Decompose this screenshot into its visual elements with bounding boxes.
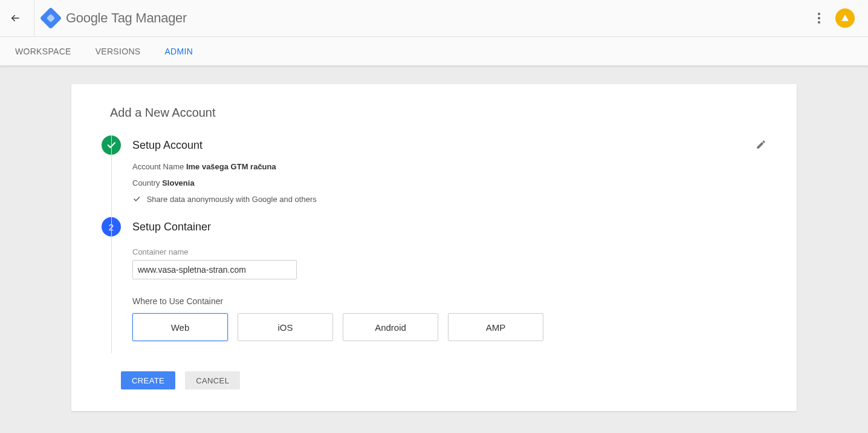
product-title: Google Tag Manager xyxy=(66,10,187,26)
step-2-title: Setup Container xyxy=(132,217,766,236)
header-divider xyxy=(34,0,34,37)
option-android[interactable]: Android xyxy=(343,313,438,341)
step-setup-account: Setup Account Account Name Ime vašega GT… xyxy=(102,135,766,217)
app-header: Google Tag Manager xyxy=(0,0,868,37)
container-name-label: Container name xyxy=(132,247,766,256)
step-setup-container: 2 Setup Container Container name Where t… xyxy=(102,217,766,353)
tab-admin[interactable]: ADMIN xyxy=(164,47,193,56)
option-amp[interactable]: AMP xyxy=(448,313,543,341)
back-button[interactable] xyxy=(8,11,22,25)
edit-account-button[interactable] xyxy=(756,139,766,152)
product-logo[interactable]: Google Tag Manager xyxy=(43,10,187,26)
cancel-button[interactable]: CANCEL xyxy=(185,371,240,389)
tab-bar: WORKSPACE VERSIONS ADMIN xyxy=(0,37,868,66)
user-avatar[interactable] xyxy=(835,8,855,28)
more-options-button[interactable] xyxy=(814,13,824,24)
tab-versions[interactable]: VERSIONS xyxy=(96,47,141,56)
where-to-use-label: Where to Use Container xyxy=(132,296,766,306)
tab-workspace[interactable]: WORKSPACE xyxy=(15,47,71,56)
container-name-input[interactable] xyxy=(132,260,297,279)
check-small-icon xyxy=(132,195,141,203)
container-type-options: Web iOS Android AMP xyxy=(132,313,766,341)
share-data-summary: Share data anonymously with Google and o… xyxy=(132,195,766,205)
card-title: Add a New Account xyxy=(110,106,766,120)
account-name-summary: Account Name Ime vašega GTM računa xyxy=(132,162,766,171)
country-summary: Country Slovenia xyxy=(132,178,766,187)
pencil-icon xyxy=(756,139,766,150)
create-button[interactable]: CREATE xyxy=(121,371,175,389)
step-1-title: Setup Account xyxy=(132,135,202,155)
account-card: Add a New Account Setup Account Account … xyxy=(71,84,797,411)
option-web[interactable]: Web xyxy=(132,313,228,341)
arrow-left-icon xyxy=(10,13,21,24)
avatar-glyph-icon xyxy=(840,13,850,23)
option-ios[interactable]: iOS xyxy=(238,313,333,341)
action-buttons: CREATE CANCEL xyxy=(121,371,766,389)
gtm-logo-icon xyxy=(40,7,62,30)
